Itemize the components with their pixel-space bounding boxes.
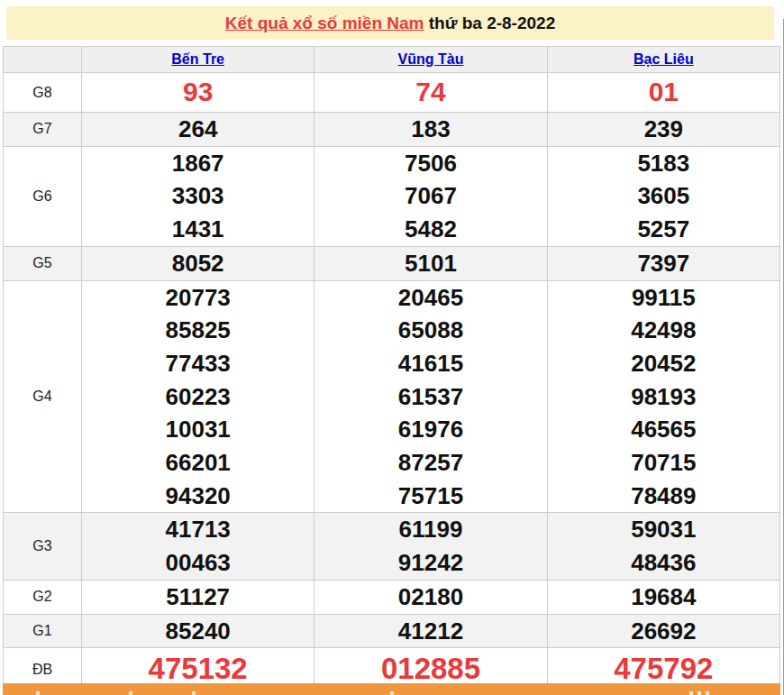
- title-link[interactable]: Kết quả xổ số miền Nam: [225, 14, 424, 32]
- prize-cell: 5101: [315, 246, 547, 280]
- clipped-glyph-artifact: [36, 691, 40, 695]
- prize-number: 5257: [548, 213, 779, 246]
- province-link-baclieu[interactable]: Bạc Liêu: [634, 51, 694, 67]
- table-row-g6: G6 1867 3303 1431 7506 7067 5482 5183 36…: [4, 146, 780, 246]
- prize-cell: 7397: [547, 246, 779, 280]
- prize-number: 00463: [82, 546, 314, 580]
- prize-number: 1867: [82, 147, 314, 180]
- prize-number: 7506: [315, 147, 546, 180]
- row-label-g6: G6: [4, 146, 82, 246]
- prize-cell: 20465 65088 41615 61537 61976 87257 7571…: [315, 280, 547, 513]
- prize-cell: 8052: [82, 246, 315, 280]
- row-label-g2: G2: [4, 580, 82, 614]
- clipped-glyph-artifact: [192, 691, 196, 695]
- row-label-g5: G5: [4, 246, 82, 280]
- prize-number: 61537: [315, 380, 546, 414]
- prize-cell: 41212: [315, 614, 547, 648]
- prize-number: 264: [82, 113, 314, 146]
- table-row-g4: G4 20773 85825 77433 60223 10031 66201 9…: [4, 280, 780, 513]
- prize-number: 91242: [315, 546, 546, 580]
- table-row-g8: G8 93 74 01: [4, 73, 780, 113]
- prize-cell: 7506 7067 5482: [315, 146, 547, 246]
- prize-number: 10031: [82, 413, 314, 446]
- corner-cell: [4, 47, 82, 73]
- clipped-glyph-artifact: [390, 691, 394, 695]
- row-label-g8: G8: [4, 73, 82, 113]
- prize-cell: 1867 3303 1431: [82, 146, 315, 246]
- prize-number: 01: [548, 76, 779, 109]
- prize-number: 78489: [548, 480, 779, 513]
- prize-number: 26692: [548, 615, 779, 648]
- prize-cell: 41713 00463: [82, 513, 315, 580]
- prize-cell: 20773 85825 77433 60223 10031 66201 9432…: [82, 280, 315, 513]
- table-row-g3: G3 41713 00463 61199 91242 59031 48436: [4, 513, 780, 580]
- prize-number: 66201: [82, 446, 314, 480]
- table-row-g7: G7 264 183 239: [4, 113, 780, 147]
- prize-number: 20452: [548, 347, 779, 380]
- prize-number: 475792: [548, 653, 779, 686]
- prize-number: 99115: [548, 281, 779, 315]
- prize-number: 5482: [315, 213, 546, 246]
- prize-number: 183: [315, 113, 546, 146]
- prize-number: 51127: [82, 581, 314, 614]
- prize-number: 48436: [548, 546, 779, 580]
- prize-number: 70715: [548, 446, 779, 480]
- prize-number: 7067: [315, 179, 546, 213]
- table-row-g5: G5 8052 5101 7397: [4, 246, 780, 280]
- prize-number: 41615: [315, 347, 546, 380]
- prize-number: 7397: [548, 247, 779, 280]
- prize-cell: 74: [315, 73, 547, 113]
- prize-cell: 239: [547, 113, 779, 147]
- prize-number: 02180: [315, 581, 546, 614]
- table-row-g1: G1 85240 41212 26692: [4, 614, 780, 648]
- prize-number: 74: [315, 76, 546, 109]
- prize-number: 20465: [315, 281, 546, 315]
- prize-cell: 19684: [547, 580, 779, 614]
- prize-number: 94320: [82, 480, 314, 513]
- prize-number: 60223: [82, 380, 314, 414]
- prize-cell: 61199 91242: [315, 513, 547, 580]
- province-link-vungtau[interactable]: Vũng Tàu: [398, 51, 464, 67]
- clipped-glyph-artifact: [129, 691, 132, 695]
- clipped-glyph-artifact: [689, 691, 693, 695]
- province-link-bentre[interactable]: Bến Tre: [171, 51, 224, 67]
- prize-cell: 59031 48436: [547, 513, 779, 580]
- prize-cell: 51127: [82, 580, 315, 614]
- prize-number: 87257: [315, 446, 546, 480]
- prize-cell: 93: [82, 73, 315, 113]
- clipped-glyph-artifact: [706, 691, 709, 695]
- prize-number: 8052: [82, 247, 314, 280]
- lottery-results-page: Kết quả xổ số miền Nam thứ ba 2-8-2022 B…: [0, 0, 784, 695]
- prize-number: 3605: [548, 179, 779, 213]
- prize-cell: 183: [315, 113, 547, 147]
- prize-number: 1431: [82, 213, 314, 246]
- prize-number: 5183: [548, 147, 779, 180]
- prize-number: 61976: [315, 413, 546, 446]
- prize-cell: 02180: [315, 580, 547, 614]
- prize-number: 20773: [82, 281, 314, 315]
- row-label-g4: G4: [4, 280, 82, 513]
- table-header-row: Bến Tre Vũng Tàu Bạc Liêu: [4, 47, 780, 73]
- prize-cell: 26692: [547, 614, 779, 648]
- prize-number: 19684: [548, 581, 779, 614]
- prize-cell: 01: [547, 73, 779, 113]
- prize-number: 46565: [548, 413, 779, 446]
- prize-cell: 99115 42498 20452 98193 46565 70715 7848…: [547, 280, 779, 513]
- column-header-bentre: Bến Tre: [82, 47, 315, 73]
- prize-number: 98193: [548, 380, 779, 414]
- prize-number: 85825: [82, 314, 314, 347]
- title-date: thứ ba 2-8-2022: [424, 14, 555, 32]
- prize-number: 239: [548, 113, 779, 146]
- prize-number: 77433: [82, 347, 314, 380]
- row-label-g3: G3: [4, 513, 82, 580]
- column-header-baclieu: Bạc Liêu: [547, 47, 779, 73]
- prize-number: 65088: [315, 314, 546, 347]
- prize-number: 012885: [315, 653, 546, 686]
- clipped-glyph-artifact: [697, 691, 701, 695]
- prize-cell: 264: [82, 113, 315, 147]
- prize-number: 41212: [315, 615, 546, 648]
- prize-number: 59031: [548, 513, 779, 546]
- table-row-g2: G2 51127 02180 19684: [4, 580, 780, 614]
- row-label-g1: G1: [4, 614, 82, 648]
- prize-number: 61199: [315, 513, 546, 546]
